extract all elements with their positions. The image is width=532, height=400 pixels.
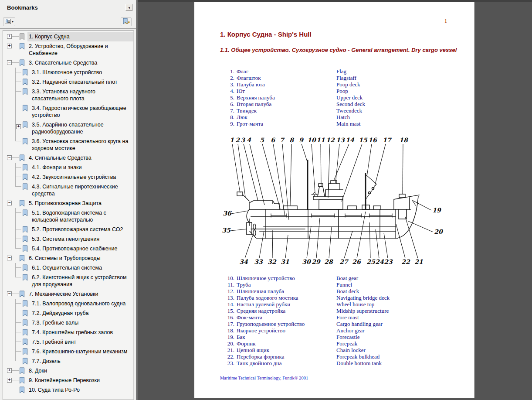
bookmark-item[interactable]: 4.2. Звукосигнальные устройства: [3, 172, 133, 182]
glossary-term-ru: Танк двойного дна: [237, 360, 282, 366]
glossary-term-ru: Труба: [237, 281, 251, 288]
bookmark-item[interactable]: +9. Контейнерные Перевозки: [3, 376, 133, 385]
collapse-minus-icon[interactable]: −: [7, 256, 12, 260]
diagram-label-10: 10: [307, 137, 316, 144]
bookmark-label: 5.4. Противопожарное снабжение: [30, 244, 133, 253]
bookmark-item[interactable]: +1. Корпус Судна: [3, 32, 133, 41]
diagram-label-22: 22: [401, 258, 410, 265]
collapse-minus-icon[interactable]: −: [7, 155, 12, 160]
bookmark-item[interactable]: 3.3. Установка надувного спасательного п…: [3, 87, 133, 103]
tree-connector: [15, 244, 22, 253]
bookmark-item[interactable]: 7.3. Гребные валы: [3, 318, 133, 328]
glossary-term-ru: Шлюпочное устройство: [237, 275, 295, 281]
glossary-number: 5.: [221, 94, 234, 101]
bookmark-item[interactable]: 5.2. Противопожарная система СО2: [3, 225, 133, 234]
bookmark-item[interactable]: 5.3. Система пенотушения: [3, 234, 133, 244]
bookmark-item[interactable]: 7.6. Кривошипно-шатунныи механизм: [3, 347, 133, 356]
bookmark-item[interactable]: 7.4. Кронштейны гребных залов: [3, 328, 133, 337]
bookmark-item[interactable]: −7. Механические Установки: [3, 289, 133, 299]
bookmark-icon: [22, 310, 28, 317]
diagram-label-28: 28: [324, 258, 333, 265]
expand-plus-icon[interactable]: +: [7, 34, 12, 39]
bookmark-item[interactable]: 7.2. Дейдвудная труба: [3, 308, 133, 318]
tree-connector-stub: [12, 157, 19, 158]
bookmark-item[interactable]: 5.4. Противопожарное снабжение: [3, 244, 133, 253]
bookmark-item[interactable]: −5. Противопожарная Защита: [3, 198, 133, 208]
glossary-term-ru: Флагшток: [237, 75, 261, 81]
collapse-minus-icon[interactable]: −: [7, 201, 12, 205]
bookmark-item[interactable]: 10. Суда типа Ро-Ро: [3, 385, 133, 395]
document-pane[interactable]: 1 1. Корпус Судна - Ship's Hull 1.1. Общ…: [138, 0, 532, 400]
bulkheads: [266, 209, 395, 238]
diagram-label-6: 6: [271, 137, 275, 144]
bookmark-icon: [22, 209, 28, 216]
diagram-label-3: 3: [241, 137, 245, 144]
bookmark-item[interactable]: 3.4. Гидростатическое разобщающее устрой…: [3, 103, 133, 120]
diagram-label-9: 9: [299, 137, 304, 144]
tree-connector: [15, 225, 22, 234]
glossary-term-ru: Грот-мачта: [237, 120, 263, 127]
glossary-term-en: Funnel: [336, 281, 352, 288]
bookmark-item[interactable]: 6.2. Кингстонный ящик с устройством для …: [3, 273, 133, 289]
expand-plus-icon[interactable]: +: [7, 368, 12, 373]
bookmark-icon: [22, 226, 28, 233]
glossary-term-ru: Палуба юта: [237, 81, 265, 88]
glossary-number: 23.: [221, 360, 234, 366]
expand-plus-icon[interactable]: +: [7, 378, 12, 383]
bookmark-item[interactable]: −6. Системы и Трубопроводы: [3, 253, 133, 263]
derrick-boom: [366, 174, 376, 199]
glossary-row: 22.Переборка форпикаForepeak bulkhead: [221, 353, 305, 360]
bookmark-item[interactable]: 3.2. Надувной спасательный плот: [3, 77, 133, 87]
bookmark-item[interactable]: 4.1. Фонари и знаки: [3, 163, 133, 172]
bookmark-label: 3.1. Шлюпочное устройство: [30, 68, 133, 77]
tree-connector: [15, 347, 22, 356]
diagram-label-18: 18: [399, 137, 408, 144]
bookmark-item[interactable]: 3.1. Шлюпочное устройство: [3, 68, 133, 77]
bookmark-item[interactable]: +8. Доки: [3, 366, 133, 376]
bookmark-item[interactable]: 6.1. Осушительная система: [3, 263, 133, 273]
leader-line-17: [375, 144, 386, 186]
bookmark-item[interactable]: 7.1. Валопровод одновального судна: [3, 299, 133, 308]
diagram-label-5: 5: [260, 137, 264, 144]
bookmark-item[interactable]: −3. Спасательные Средства: [3, 58, 133, 68]
bookmark-item[interactable]: 7.5. Гребной винт: [3, 337, 133, 347]
bookmark-item[interactable]: +2. Устройство, Оборудование и Снабжение: [3, 41, 133, 58]
collapse-minus-icon[interactable]: −: [7, 291, 12, 296]
tree-connector-stub: [12, 370, 19, 371]
expand-current-bookmark-button[interactable]: [121, 17, 132, 26]
glossary-number: 3.: [221, 81, 234, 88]
expand-plus-icon[interactable]: +: [7, 44, 12, 48]
bookmark-item[interactable]: 4.3. Сигнальные пиротехнические средства: [3, 182, 133, 198]
leader-line-9: [302, 144, 307, 161]
glossary-row: 10.Шлюпочное устройствоBoat gear: [221, 275, 305, 281]
glossary-number: 20.: [221, 340, 234, 347]
bookmark-label: 3.5. Аварйино-спасательное радиооборудов…: [30, 120, 133, 137]
bookmarks-options-button[interactable]: ▾: [3, 17, 15, 26]
bookmark-icon: [22, 274, 28, 281]
keel-line: [250, 231, 397, 238]
doc-subheading: 1.1. Общее устройство. Сухогрузное судно…: [220, 47, 467, 54]
bookmark-item[interactable]: +3.5. Аварйино-спасательное радиооборудо…: [3, 120, 133, 137]
diagram-label-33: 33: [254, 258, 263, 265]
glossary-number: 10.: [221, 275, 234, 281]
tree-connector: [15, 356, 22, 366]
bookmark-label: 6.2. Кингстонный ящик с устройством для …: [30, 273, 133, 289]
bookmark-item[interactable]: 7.7. Дизель: [3, 356, 133, 366]
leader-line-14: [334, 144, 349, 181]
glossary-term-en: Anchor gear: [336, 327, 365, 334]
hide-panel-button[interactable]: ◂: [125, 4, 132, 11]
glossary-list-bottom: 10.Шлюпочное устройствоBoat gear11.Труба…: [221, 275, 305, 366]
bookmark-item[interactable]: 5.1. Водопожарная система с кольцевой ма…: [3, 208, 133, 225]
ship-drawing: [237, 161, 419, 238]
bookmark-item[interactable]: −4. Сигнальные Средства: [3, 153, 133, 163]
glossary-number: 11.: [221, 281, 234, 288]
bookmark-item[interactable]: 3.6. Установка спасательного круга на хо…: [3, 137, 133, 153]
bookmark-label: 3.6. Установка спасательного круга на хо…: [30, 137, 133, 153]
expand-plus-icon[interactable]: +: [16, 124, 21, 129]
collapse-minus-icon[interactable]: −: [7, 60, 12, 65]
bookmark-icon: [19, 255, 25, 262]
glossary-row: 23.Танк двойного днаDouble bottom tank: [221, 360, 305, 366]
bookmark-label: 7.2. Дейдвудная труба: [30, 308, 133, 318]
tree-connector: [15, 234, 22, 244]
glossary-number: 15.: [221, 308, 234, 314]
